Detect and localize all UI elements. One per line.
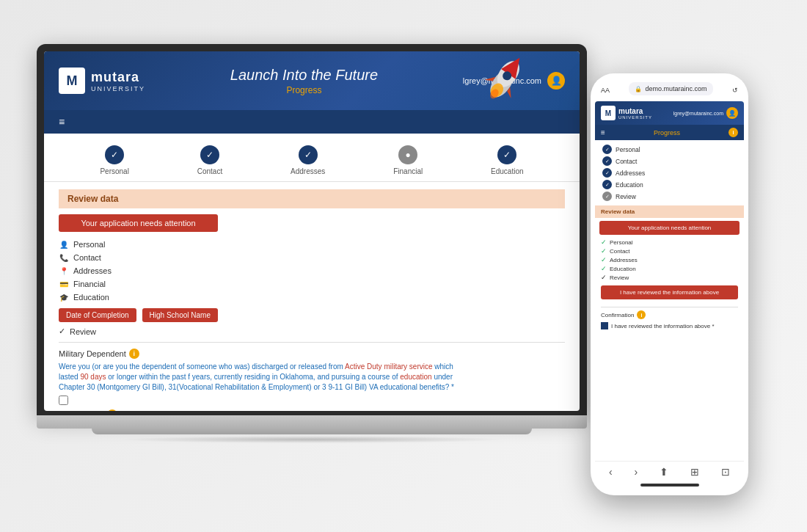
- pin-icon: 📍: [59, 266, 69, 276]
- review-check-item: ✓ Review: [59, 327, 218, 336]
- phone-check-education-icon: ✓: [601, 265, 607, 272]
- military-checkbox[interactable]: [59, 396, 68, 405]
- nav-education-label: Education: [73, 293, 109, 302]
- confirmation-info-icon[interactable]: i: [107, 409, 117, 411]
- step-addresses: ✓ Addresses: [291, 145, 325, 175]
- phone-checklist-section: ✓ Personal ✓ Contact ✓ Addresses ✓ Educa…: [595, 238, 744, 281]
- military-section: Military Dependent i Were you (or are yo…: [59, 349, 565, 405]
- confirmation-section: Confirmation i: [59, 409, 565, 411]
- share-icon[interactable]: ⬆: [660, 466, 668, 478]
- nav-personal-label: Personal: [73, 240, 105, 249]
- graduation-icon: 🎓: [59, 292, 69, 302]
- laptop-base: [37, 415, 587, 429]
- step-personal: ✓ Personal: [100, 145, 128, 175]
- phone-confirmation-label: Confirmation i: [601, 310, 738, 319]
- brand-name: mutara: [91, 70, 145, 85]
- phone-step-contact: ✓ Contact: [602, 156, 737, 166]
- phone-browser-bar[interactable]: 🔒 demo.mutarainc.com: [629, 82, 712, 95]
- phone-step-check-personal: ✓: [602, 145, 612, 154]
- phone-nav: ≡ Progress i: [595, 125, 744, 140]
- phone-check-personal-label: Personal: [610, 239, 633, 246]
- step-contact: ✓ Contact: [197, 145, 222, 175]
- phone-brand-name: mutara: [618, 107, 652, 115]
- review-checkmark-icon: ✓: [59, 327, 65, 336]
- phone-check-education: ✓ Education: [601, 265, 738, 272]
- step-circle-personal: ✓: [105, 145, 124, 164]
- phone-step-education: ✓ Education: [602, 180, 737, 189]
- date-completion-button[interactable]: Date of Completion: [59, 308, 136, 322]
- hamburger-icon[interactable]: ≡: [59, 116, 65, 128]
- forward-nav-icon[interactable]: ›: [635, 466, 638, 478]
- error-buttons: Date of Completion High School Name: [59, 308, 218, 322]
- phone-icon: 📞: [59, 252, 69, 263]
- phone-confirmation-area: Confirmation i I have reviewed the infor…: [595, 310, 744, 329]
- nav-contact: 📞 Contact: [59, 252, 218, 263]
- review-data-header: Review data: [59, 189, 565, 208]
- phone-check-personal: ✓ Personal: [601, 238, 738, 246]
- review-label: Review: [70, 327, 96, 336]
- phone-step-education-label: Education: [616, 181, 643, 189]
- phone-nav-info-icon[interactable]: i: [729, 128, 738, 137]
- laptop: M mutara UNIVERSITY: [37, 44, 587, 443]
- phone-step-check-education: ✓: [602, 180, 612, 189]
- nav-bar: ≡: [44, 110, 580, 134]
- logo-text: mutara UNIVERSITY: [91, 70, 145, 92]
- phone-check-education-label: Education: [610, 266, 636, 272]
- phone-home-indicator: [640, 484, 699, 487]
- phone-confirmation-checkbox[interactable]: [601, 322, 608, 329]
- step-financial: ● Financial: [393, 145, 423, 175]
- phone-bottom-bar: ‹ › ⬆ ⊞ ⊡: [595, 461, 744, 479]
- logo-area: M mutara UNIVERSITY: [59, 68, 145, 94]
- phone-step-review-label: Review: [616, 193, 636, 200]
- phone-check-review-label: Review: [610, 274, 629, 281]
- phone-confirm-button[interactable]: I have reviewed the information above: [601, 285, 738, 299]
- phone: AA 🔒 demo.mutarainc.com ↺ M mutara UNIVE…: [591, 73, 748, 495]
- phone-confirmation-info-icon[interactable]: i: [637, 310, 646, 319]
- phone-logo-m-icon: M: [601, 106, 616, 120]
- attention-banner: Your application needs attention: [59, 214, 218, 232]
- app-header: M mutara UNIVERSITY: [44, 51, 580, 110]
- nav-addresses-label: Addresses: [73, 266, 112, 275]
- sidebar-nav: 👤 Personal 📞 Contact 📍 Addresses: [59, 239, 218, 302]
- phone-check-review-icon: ✓: [601, 274, 607, 281]
- phone-check-addresses-icon: ✓: [601, 256, 607, 263]
- nav-personal: 👤 Personal: [59, 239, 218, 249]
- high-school-name-button[interactable]: High School Name: [142, 308, 218, 322]
- phone-check-personal-icon: ✓: [601, 238, 607, 246]
- lock-icon: 🔒: [635, 86, 642, 92]
- logo-m-icon: M: [59, 68, 85, 94]
- phone-step-check-contact: ✓: [602, 156, 612, 166]
- phone-top-bar: AA 🔒 demo.mutarainc.com ↺: [595, 81, 744, 101]
- phone-logo-area: M mutara UNIVERSITY: [601, 106, 652, 120]
- phone-hamburger-icon[interactable]: ≡: [601, 128, 605, 136]
- phone-step-personal-label: Personal: [616, 146, 640, 153]
- phone-checklist: ✓ Personal ✓ Contact ✓ Addresses ✓ Educa…: [601, 238, 738, 281]
- phone-header: M mutara UNIVERSITY lgrey@mutarainc.com …: [595, 101, 744, 125]
- phone-step-check-review: ✓: [602, 192, 612, 201]
- phone-attention-banner: Your application needs attention: [599, 221, 740, 235]
- phone-confirmation-text: Confirmation: [601, 312, 634, 318]
- back-nav-icon[interactable]: ‹: [609, 466, 613, 478]
- phone-logo-text: mutara UNIVERSITY: [618, 107, 652, 120]
- progress-steps: ✓ Personal ✓ Contact ✓ Addresses ● Finan…: [44, 134, 580, 182]
- nav-financial-label: Financial: [73, 280, 106, 288]
- phone-check-review: ✓ Review: [601, 274, 738, 281]
- step-circle-financial: ●: [398, 145, 417, 164]
- phone-check-addresses: ✓ Addresses: [601, 256, 738, 263]
- phone-confirmation-checkbox-label: I have reviewed the information above *: [611, 323, 715, 329]
- nav-financial: 💳 Financial: [59, 279, 218, 289]
- confirmation-text: Confirmation: [59, 410, 104, 411]
- aa-label: AA: [601, 87, 610, 94]
- phone-step-addresses: ✓ Addresses: [602, 168, 737, 178]
- phone-check-contact-icon: ✓: [601, 247, 607, 255]
- military-info-icon[interactable]: i: [129, 349, 139, 359]
- phone-check-contact-label: Contact: [610, 248, 630, 255]
- tabs-icon[interactable]: ⊡: [721, 466, 730, 478]
- laptop-foot: [92, 429, 532, 434]
- refresh-icon[interactable]: ↺: [732, 87, 738, 94]
- step-circle-contact: ✓: [200, 145, 219, 164]
- browser-url: demo.mutarainc.com: [645, 85, 706, 92]
- step-circle-addresses: ✓: [299, 145, 318, 164]
- phone-review-header: Review data: [595, 205, 744, 218]
- bookmark-icon[interactable]: ⊞: [690, 466, 699, 478]
